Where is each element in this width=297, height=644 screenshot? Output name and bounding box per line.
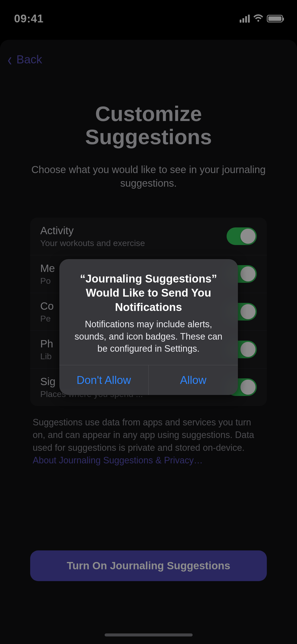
alert-message: Notifications may include alerts, sounds… bbox=[71, 318, 226, 355]
dont-allow-button[interactable]: Don't Allow bbox=[59, 365, 149, 395]
allow-button[interactable]: Allow bbox=[149, 365, 238, 395]
notification-permission-alert: “Journaling Suggestions” Would Like to S… bbox=[59, 259, 238, 395]
alert-title: “Journaling Suggestions” Would Like to S… bbox=[71, 272, 226, 314]
